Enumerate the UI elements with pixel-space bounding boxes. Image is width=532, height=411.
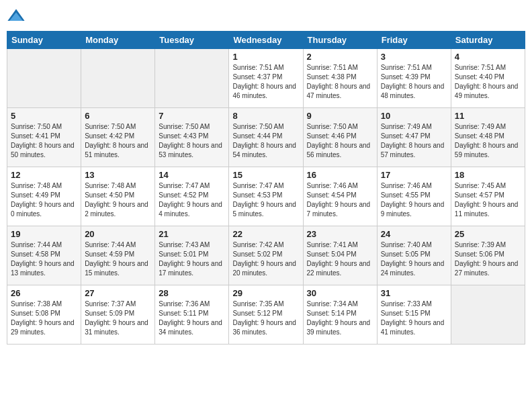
day-info: Sunrise: 7:40 AM Sunset: 5:05 PM Dayligh… — [381, 240, 447, 278]
header-sunday: Sunday — [7, 32, 81, 49]
day-cell: 4Sunrise: 7:51 AM Sunset: 4:40 PM Daylig… — [451, 49, 525, 108]
header-wednesday: Wednesday — [229, 32, 303, 49]
day-number: 6 — [85, 111, 151, 121]
day-cell: 22Sunrise: 7:42 AM Sunset: 5:02 PM Dayli… — [229, 226, 303, 285]
day-info: Sunrise: 7:47 AM Sunset: 4:52 PM Dayligh… — [159, 181, 225, 219]
day-number: 1 — [232, 52, 299, 62]
day-number: 17 — [381, 170, 447, 180]
day-info: Sunrise: 7:50 AM Sunset: 4:46 PM Dayligh… — [307, 122, 373, 160]
week-row-0: 1Sunrise: 7:51 AM Sunset: 4:37 PM Daylig… — [7, 49, 525, 108]
day-info: Sunrise: 7:45 AM Sunset: 4:57 PM Dayligh… — [455, 181, 521, 219]
day-number: 25 — [455, 229, 521, 239]
day-number: 12 — [11, 170, 77, 180]
day-number: 29 — [232, 288, 299, 298]
day-info: Sunrise: 7:48 AM Sunset: 4:50 PM Dayligh… — [85, 181, 151, 219]
day-cell: 5Sunrise: 7:50 AM Sunset: 4:41 PM Daylig… — [7, 108, 81, 167]
day-number: 21 — [159, 229, 225, 239]
logo-icon — [7, 7, 26, 26]
day-cell: 15Sunrise: 7:47 AM Sunset: 4:53 PM Dayli… — [229, 167, 303, 226]
day-number: 14 — [159, 170, 225, 180]
day-number: 24 — [381, 229, 447, 239]
day-number: 10 — [381, 111, 447, 121]
day-cell: 11Sunrise: 7:49 AM Sunset: 4:48 PM Dayli… — [451, 108, 525, 167]
day-number: 4 — [455, 52, 521, 62]
header-friday: Friday — [377, 32, 451, 49]
day-cell: 17Sunrise: 7:46 AM Sunset: 4:55 PM Dayli… — [377, 167, 451, 226]
day-info: Sunrise: 7:50 AM Sunset: 4:42 PM Dayligh… — [85, 122, 151, 160]
day-cell: 7Sunrise: 7:50 AM Sunset: 4:43 PM Daylig… — [155, 108, 229, 167]
day-info: Sunrise: 7:49 AM Sunset: 4:48 PM Dayligh… — [455, 122, 521, 160]
day-number: 30 — [307, 288, 373, 298]
day-cell: 20Sunrise: 7:44 AM Sunset: 4:59 PM Dayli… — [81, 226, 155, 285]
logo — [7, 7, 28, 26]
day-info: Sunrise: 7:39 AM Sunset: 5:06 PM Dayligh… — [455, 240, 521, 278]
day-number: 5 — [11, 111, 77, 121]
day-number: 7 — [159, 111, 225, 121]
day-cell: 26Sunrise: 7:38 AM Sunset: 5:08 PM Dayli… — [7, 285, 81, 345]
day-number: 19 — [11, 229, 77, 239]
day-cell: 8Sunrise: 7:50 AM Sunset: 4:44 PM Daylig… — [229, 108, 303, 167]
day-number: 16 — [307, 170, 373, 180]
day-cell: 31Sunrise: 7:33 AM Sunset: 5:15 PM Dayli… — [377, 285, 451, 345]
day-info: Sunrise: 7:44 AM Sunset: 4:58 PM Dayligh… — [11, 240, 77, 278]
day-number: 9 — [307, 111, 373, 121]
day-info: Sunrise: 7:50 AM Sunset: 4:43 PM Dayligh… — [159, 122, 225, 160]
day-cell — [451, 285, 525, 345]
day-cell — [7, 49, 81, 108]
day-info: Sunrise: 7:48 AM Sunset: 4:49 PM Dayligh… — [11, 181, 77, 219]
header-monday: Monday — [81, 32, 155, 49]
day-number: 26 — [11, 288, 77, 298]
day-info: Sunrise: 7:50 AM Sunset: 4:41 PM Dayligh… — [11, 122, 77, 160]
day-number: 3 — [381, 52, 447, 62]
day-cell: 30Sunrise: 7:34 AM Sunset: 5:14 PM Dayli… — [303, 285, 377, 345]
day-number: 28 — [159, 288, 225, 298]
day-info: Sunrise: 7:41 AM Sunset: 5:04 PM Dayligh… — [307, 240, 373, 278]
day-info: Sunrise: 7:51 AM Sunset: 4:38 PM Dayligh… — [307, 63, 373, 101]
day-cell: 9Sunrise: 7:50 AM Sunset: 4:46 PM Daylig… — [303, 108, 377, 167]
day-info: Sunrise: 7:46 AM Sunset: 4:55 PM Dayligh… — [381, 181, 447, 219]
day-info: Sunrise: 7:46 AM Sunset: 4:54 PM Dayligh… — [307, 181, 373, 219]
calendar-header-row: SundayMondayTuesdayWednesdayThursdayFrid… — [7, 32, 525, 49]
day-cell — [155, 49, 229, 108]
day-cell: 23Sunrise: 7:41 AM Sunset: 5:04 PM Dayli… — [303, 226, 377, 285]
day-number: 11 — [455, 111, 521, 121]
page-header — [7, 7, 525, 26]
day-info: Sunrise: 7:51 AM Sunset: 4:37 PM Dayligh… — [232, 63, 299, 101]
day-info: Sunrise: 7:35 AM Sunset: 5:12 PM Dayligh… — [232, 300, 299, 337]
day-cell: 21Sunrise: 7:43 AM Sunset: 5:01 PM Dayli… — [155, 226, 229, 285]
day-number: 23 — [307, 229, 373, 239]
day-number: 22 — [232, 229, 299, 239]
day-number: 27 — [85, 288, 151, 298]
week-row-3: 19Sunrise: 7:44 AM Sunset: 4:58 PM Dayli… — [7, 226, 525, 285]
day-cell: 18Sunrise: 7:45 AM Sunset: 4:57 PM Dayli… — [451, 167, 525, 226]
day-info: Sunrise: 7:38 AM Sunset: 5:08 PM Dayligh… — [11, 300, 77, 337]
day-cell: 1Sunrise: 7:51 AM Sunset: 4:37 PM Daylig… — [229, 49, 303, 108]
day-number: 31 — [381, 288, 447, 298]
header-thursday: Thursday — [303, 32, 377, 49]
header-tuesday: Tuesday — [155, 32, 229, 49]
day-cell: 25Sunrise: 7:39 AM Sunset: 5:06 PM Dayli… — [451, 226, 525, 285]
header-saturday: Saturday — [451, 32, 525, 49]
day-cell: 16Sunrise: 7:46 AM Sunset: 4:54 PM Dayli… — [303, 167, 377, 226]
day-cell: 29Sunrise: 7:35 AM Sunset: 5:12 PM Dayli… — [229, 285, 303, 345]
day-cell: 14Sunrise: 7:47 AM Sunset: 4:52 PM Dayli… — [155, 167, 229, 226]
day-number: 18 — [455, 170, 521, 180]
day-cell: 27Sunrise: 7:37 AM Sunset: 5:09 PM Dayli… — [81, 285, 155, 345]
day-cell: 28Sunrise: 7:36 AM Sunset: 5:11 PM Dayli… — [155, 285, 229, 345]
day-info: Sunrise: 7:36 AM Sunset: 5:11 PM Dayligh… — [159, 300, 225, 337]
day-info: Sunrise: 7:51 AM Sunset: 4:40 PM Dayligh… — [455, 63, 521, 101]
day-cell: 12Sunrise: 7:48 AM Sunset: 4:49 PM Dayli… — [7, 167, 81, 226]
day-info: Sunrise: 7:47 AM Sunset: 4:53 PM Dayligh… — [232, 181, 299, 219]
day-number: 13 — [85, 170, 151, 180]
day-cell: 13Sunrise: 7:48 AM Sunset: 4:50 PM Dayli… — [81, 167, 155, 226]
day-info: Sunrise: 7:42 AM Sunset: 5:02 PM Dayligh… — [232, 240, 299, 278]
day-info: Sunrise: 7:44 AM Sunset: 4:59 PM Dayligh… — [85, 240, 151, 278]
day-cell: 3Sunrise: 7:51 AM Sunset: 4:39 PM Daylig… — [377, 49, 451, 108]
day-cell: 10Sunrise: 7:49 AM Sunset: 4:47 PM Dayli… — [377, 108, 451, 167]
day-info: Sunrise: 7:37 AM Sunset: 5:09 PM Dayligh… — [85, 300, 151, 337]
week-row-1: 5Sunrise: 7:50 AM Sunset: 4:41 PM Daylig… — [7, 108, 525, 167]
day-cell: 2Sunrise: 7:51 AM Sunset: 4:38 PM Daylig… — [303, 49, 377, 108]
week-row-4: 26Sunrise: 7:38 AM Sunset: 5:08 PM Dayli… — [7, 285, 525, 345]
day-number: 2 — [307, 52, 373, 62]
calendar-table: SundayMondayTuesdayWednesdayThursdayFrid… — [7, 31, 525, 345]
